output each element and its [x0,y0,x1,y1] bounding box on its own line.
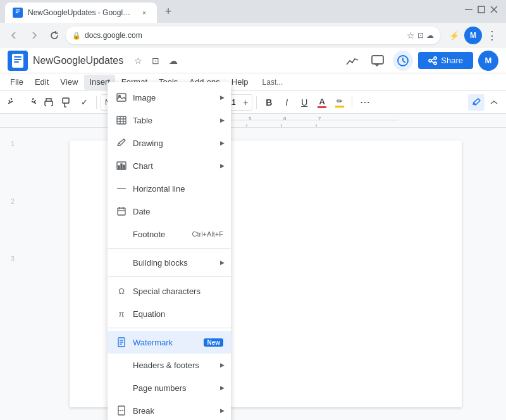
profile-avatar-button[interactable]: M [464,27,482,44]
svg-point-14 [429,59,431,62]
insert-building-blocks-item[interactable]: Building blocks [108,251,231,274]
headers-icon [115,359,128,371]
insert-special-chars-item[interactable]: Ω Special characters [108,280,231,302]
insert-headers-item[interactable]: Headers & footers [108,354,231,376]
chart-label: Chart [133,161,223,171]
docs-header: NewGoogleUpdates ☆ ⊡ ☁ Share [0,48,506,73]
insert-watermark-item[interactable]: Watermark New [108,331,231,354]
svg-rect-41 [117,116,126,124]
forward-button[interactable] [25,27,43,44]
menu-view[interactable]: View [55,75,83,90]
separator-1 [96,96,97,109]
font-size-increase[interactable]: + [239,94,252,111]
settings-button[interactable]: ⋮ [483,27,501,44]
svg-rect-11 [372,56,383,64]
insert-chart-item[interactable]: Chart [108,154,231,177]
insert-footnote-item[interactable]: Footnote Ctrl+Alt+F [108,223,231,245]
date-icon [115,205,128,218]
insert-page-numbers-item[interactable]: Page numbers [108,376,231,399]
docs-header-icons: ☆ ⊡ ☁ [131,54,180,68]
collapse-toolbar-button[interactable] [487,94,501,111]
restore-button[interactable] [477,5,486,14]
insert-drawing-item[interactable]: Drawing [108,132,231,154]
spell-check-button[interactable]: ✓ [76,94,92,111]
footnote-label: Footnote [133,230,192,239]
svg-rect-2 [16,12,18,13]
docs-area: NewGoogleUpdates ☆ ⊡ ☁ Share [0,48,506,420]
minimize-button[interactable] [464,5,473,14]
svg-rect-9 [14,59,22,60]
paint-format-button[interactable] [58,94,75,111]
insert-table-item[interactable]: Table [108,109,231,132]
insert-dropdown-menu[interactable]: Image Table Drawing Chart [108,82,231,420]
editing-mode-button[interactable] [468,94,484,111]
active-tab[interactable]: NewGoogleUpdates - Google D... × [5,3,157,23]
menu-edit[interactable]: Edit [30,75,54,90]
page-number-3: 3 [11,256,15,262]
building-blocks-label: Building blocks [133,258,223,268]
svg-rect-0 [16,9,20,10]
drawing-label: Drawing [133,139,223,148]
share-button[interactable]: Share [418,52,473,69]
svg-rect-10 [14,61,19,63]
tab-close-button[interactable]: × [139,8,149,18]
share-label: Share [441,56,463,65]
undo-button[interactable] [5,94,22,111]
cloud-icon[interactable]: ☁ [426,31,434,40]
browser-actions: ⚡ M ⋮ [445,27,501,44]
format-toolbar: ✓ Normal text ▼ Arial ▼ − 11 + B I U [0,91,506,114]
doc-content [25,128,506,420]
text-color-bar [318,106,326,108]
cloud-saved-icon[interactable]: ☁ [166,54,180,68]
back-button[interactable] [5,27,23,44]
italic-button[interactable]: I [278,94,295,111]
ruler: 1 2 3 4 5 6 7 [0,114,506,128]
svg-text:7: 7 [318,116,321,121]
extensions-button[interactable]: ⚡ [445,27,463,44]
cast-icon[interactable]: ⊡ [417,31,424,40]
address-bar-row: 🔒 docs.google.com ☆ ⊡ ☁ ⚡ M ⋮ [0,23,506,48]
address-text: docs.google.com [85,31,403,40]
drive-icon[interactable]: ⊡ [149,54,163,68]
star-icon[interactable]: ☆ [131,54,145,68]
address-bar[interactable]: 🔒 docs.google.com ☆ ⊡ ☁ [66,27,440,44]
refresh-button[interactable] [46,27,63,44]
menu-file[interactable]: File [5,75,28,90]
version-history-button[interactable] [393,51,413,71]
svg-text:6: 6 [283,116,287,121]
insert-date-item[interactable]: Date [108,200,231,223]
comment-button[interactable] [367,51,388,71]
new-tab-button[interactable]: + [159,3,177,20]
close-button[interactable] [490,5,498,14]
table-icon [115,114,128,127]
separator-2 [108,276,231,277]
menu-last[interactable]: Last... [257,75,288,90]
insert-break-item[interactable]: Break [108,399,231,420]
insert-hline-item[interactable]: Horizontal line [108,177,231,200]
building-blocks-icon [115,256,128,269]
text-color-button[interactable]: A [314,94,330,111]
doc-body: 1 2 3 [0,128,506,420]
redo-button[interactable] [23,94,39,111]
text-color-letter: A [319,97,325,106]
highlight-button[interactable]: ✏ [331,94,348,111]
special-chars-label: Special characters [133,287,223,296]
more-options-button[interactable]: ⋯ [356,94,373,111]
separator-4 [256,96,257,109]
bold-button[interactable]: B [261,94,277,111]
underline-button[interactable]: U [296,94,312,111]
trend-button[interactable] [342,51,362,71]
page-number-2: 2 [11,198,15,205]
insert-image-item[interactable]: Image [108,86,231,109]
docs-avatar[interactable]: M [478,51,498,71]
svg-rect-50 [123,165,125,169]
footnote-icon [115,228,128,240]
docs-favicon [8,51,28,71]
svg-rect-49 [121,164,122,169]
print-button[interactable] [40,94,57,111]
insert-equation-item[interactable]: π Equation [108,302,231,325]
page-number-1: 1 [11,140,15,147]
svg-rect-3 [465,9,472,10]
watermark-new-badge: New [204,338,223,347]
bookmark-icon[interactable]: ☆ [407,30,415,40]
